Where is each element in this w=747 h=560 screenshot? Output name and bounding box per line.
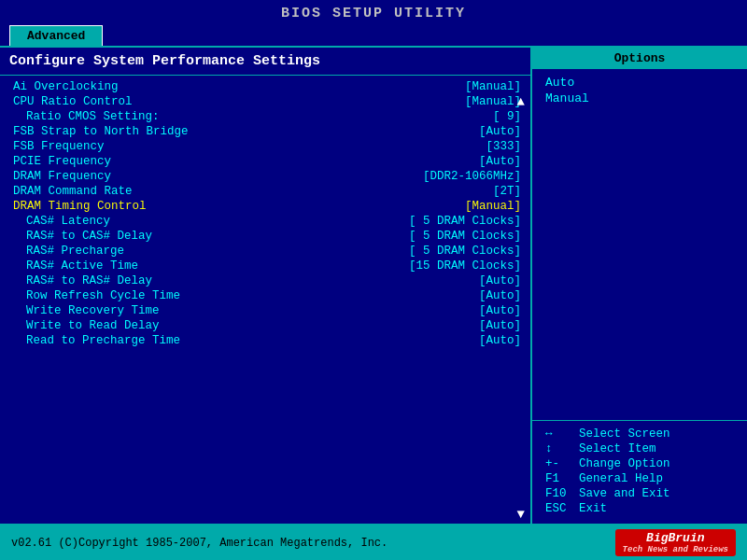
bios-title: BIOS SETUP UTILITY xyxy=(281,6,466,21)
bios-screen: BIOS SETUP UTILITY Advanced Configure Sy… xyxy=(0,0,747,560)
setting-name: CPU Ratio Control xyxy=(13,95,133,108)
keys-section: ↔Select Screen↕Select Item+-Change Optio… xyxy=(532,420,747,524)
setting-row[interactable]: FSB Strap to North Bridge[Auto] xyxy=(0,124,530,139)
section-header: Configure System Performance Settings ▲ xyxy=(0,48,530,76)
setting-name: FSB Strap to North Bridge xyxy=(13,125,189,138)
key-row: F1General Help xyxy=(545,471,734,486)
setting-row[interactable]: RAS# to CAS# Delay[ 5 DRAM Clocks] xyxy=(0,229,530,244)
key-row: ↔Select Screen xyxy=(545,427,734,441)
setting-value: [ 5 DRAM Clocks] xyxy=(409,245,521,258)
key-row: +-Change Option xyxy=(545,456,734,471)
setting-name: DRAM Timing Control xyxy=(13,200,147,213)
setting-value: [15 DRAM Clocks] xyxy=(409,259,521,273)
setting-value: [ 5 DRAM Clocks] xyxy=(409,215,521,228)
key-desc: Change Option xyxy=(579,457,670,470)
setting-row[interactable]: FSB Frequency[333] xyxy=(0,139,530,154)
right-panel: Options AutoManual ↔Select Screen↕Select… xyxy=(532,48,747,524)
setting-value: [Manual] xyxy=(465,80,521,93)
options-header: Options xyxy=(532,48,747,69)
bigbruin-logo-container: BigBruin Tech News and Reviews xyxy=(615,529,736,556)
setting-value: [333] xyxy=(486,140,521,153)
left-panel: Configure System Performance Settings ▲ … xyxy=(0,48,532,524)
settings-list: Ai Overclocking[Manual]CPU Ratio Control… xyxy=(0,76,530,524)
setting-name: Write Recovery Time xyxy=(26,304,160,317)
key-symbol: ↔ xyxy=(545,427,571,441)
key-desc: Select Item xyxy=(579,442,656,455)
setting-value: [DDR2-1066MHz] xyxy=(423,170,521,183)
key-desc: Select Screen xyxy=(579,427,670,441)
setting-name: RAS# to CAS# Delay xyxy=(26,230,152,243)
tab-advanced[interactable]: Advanced xyxy=(9,25,103,46)
setting-value: [Auto] xyxy=(479,304,521,317)
key-desc: General Help xyxy=(579,472,663,485)
key-symbol: F10 xyxy=(545,487,571,500)
setting-name: Row Refresh Cycle Time xyxy=(26,289,180,302)
setting-value: [2T] xyxy=(493,185,521,198)
main-area: Configure System Performance Settings ▲ … xyxy=(0,46,747,525)
setting-row[interactable]: RAS# Precharge[ 5 DRAM Clocks] xyxy=(0,244,530,259)
setting-name: PCIE Frequency xyxy=(13,155,111,168)
setting-value: [Manual] xyxy=(465,200,521,213)
setting-row[interactable]: CAS# Latency[ 5 DRAM Clocks] xyxy=(0,214,530,229)
setting-row[interactable]: DRAM Command Rate[2T] xyxy=(0,184,530,199)
tab-row: Advanced xyxy=(0,25,747,46)
setting-name: Write to Read Delay xyxy=(26,319,160,332)
scroll-up-arrow: ▲ xyxy=(517,94,525,109)
setting-name: FSB Frequency xyxy=(13,140,105,153)
key-symbol: ↕ xyxy=(545,442,571,455)
option-item[interactable]: Manual xyxy=(545,91,734,106)
setting-value: [Auto] xyxy=(479,155,521,168)
setting-row[interactable]: DRAM Frequency[DDR2-1066MHz] xyxy=(0,169,530,184)
scroll-down-arrow: ▼ xyxy=(517,507,525,522)
key-symbol: F1 xyxy=(545,472,571,485)
setting-row[interactable]: Ai Overclocking[Manual] xyxy=(0,79,530,94)
setting-name: DRAM Frequency xyxy=(13,170,111,183)
setting-value: [Auto] xyxy=(479,274,521,287)
setting-value: [Auto] xyxy=(479,289,521,302)
option-item[interactable]: Auto xyxy=(545,75,734,91)
setting-row[interactable]: RAS# Active Time[15 DRAM Clocks] xyxy=(0,259,530,273)
setting-row[interactable]: Ratio CMOS Setting:[ 9] xyxy=(0,109,530,124)
setting-name: DRAM Command Rate xyxy=(13,185,133,198)
setting-name: Ai Overclocking xyxy=(13,80,119,93)
key-desc: Exit xyxy=(579,502,607,515)
setting-value: [Auto] xyxy=(479,319,521,332)
setting-row[interactable]: Write Recovery Time[Auto] xyxy=(0,303,530,318)
key-row: F10Save and Exit xyxy=(545,486,734,501)
key-desc: Save and Exit xyxy=(579,487,670,500)
key-symbol: +- xyxy=(545,457,571,470)
bigbruin-logo: BigBruin Tech News and Reviews xyxy=(615,529,736,556)
setting-row[interactable]: PCIE Frequency[Auto] xyxy=(0,154,530,169)
key-row: ESCExit xyxy=(545,501,734,516)
setting-value: [ 5 DRAM Clocks] xyxy=(409,230,521,243)
options-list: AutoManual xyxy=(532,69,747,112)
footer: v02.61 (C)Copyright 1985-2007, American … xyxy=(0,525,747,560)
setting-name: Ratio CMOS Setting: xyxy=(26,110,160,123)
setting-name: RAS# Precharge xyxy=(26,245,124,258)
setting-name: Read to Precharge Time xyxy=(26,334,180,347)
setting-name: RAS# Active Time xyxy=(26,259,138,273)
footer-copyright: v02.61 (C)Copyright 1985-2007, American … xyxy=(11,537,388,550)
setting-value: [Manual] xyxy=(465,95,521,108)
setting-row[interactable]: Read to Precharge Time[Auto] xyxy=(0,333,530,348)
setting-row[interactable]: DRAM Timing Control[Manual] xyxy=(0,199,530,214)
setting-value: [Auto] xyxy=(479,334,521,347)
setting-row[interactable]: RAS# to RAS# Delay[Auto] xyxy=(0,273,530,288)
setting-row[interactable]: Write to Read Delay[Auto] xyxy=(0,318,530,333)
key-symbol: ESC xyxy=(545,502,571,515)
setting-value: [ 9] xyxy=(493,110,521,123)
key-row: ↕Select Item xyxy=(545,441,734,456)
title-bar: BIOS SETUP UTILITY xyxy=(0,0,747,25)
setting-name: CAS# Latency xyxy=(26,215,110,228)
setting-row[interactable]: CPU Ratio Control[Manual] xyxy=(0,94,530,109)
setting-name: RAS# to RAS# Delay xyxy=(26,274,152,287)
setting-value: [Auto] xyxy=(479,125,521,138)
setting-row[interactable]: Row Refresh Cycle Time[Auto] xyxy=(0,288,530,303)
